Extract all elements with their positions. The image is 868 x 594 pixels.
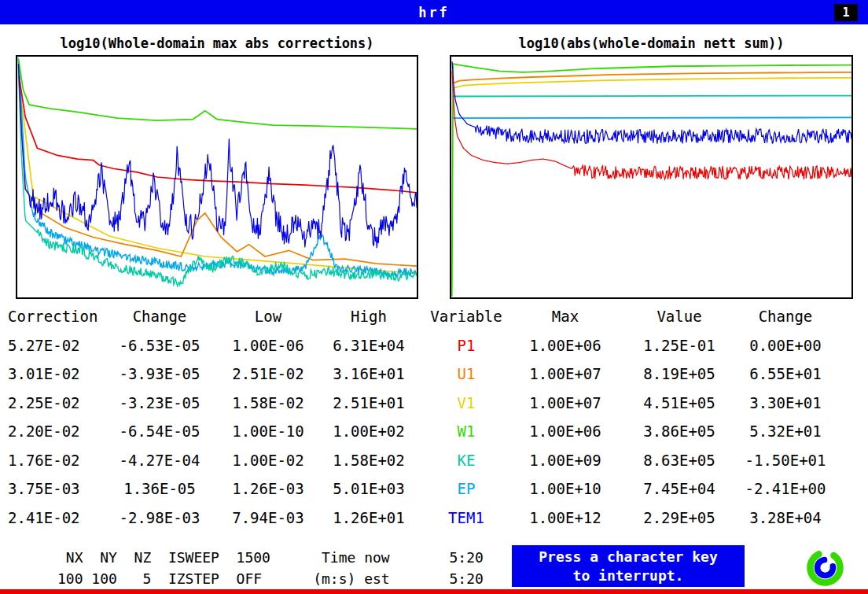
interrupt-prompt-line-1: Press a character key	[539, 548, 718, 566]
series-p1	[452, 71, 851, 179]
table-cell: 3.86E+05	[628, 422, 730, 440]
column-header: Change	[730, 308, 840, 325]
table-cell: 2.20E-02	[6, 422, 102, 440]
table-cell: 2.41E-02	[6, 509, 102, 526]
variable-label: W1	[430, 422, 502, 440]
table-cell: 5.32E+01	[730, 422, 840, 440]
table-cell: 8.63E+05	[628, 452, 730, 469]
table-cell: 8.19E+05	[628, 365, 730, 382]
table-cell: 1.00E+06	[502, 422, 628, 440]
table-cell: -4.27E-04	[102, 452, 217, 469]
table-cell: -3.93E-05	[102, 365, 217, 382]
corrections-chart-plot	[17, 57, 417, 297]
table-cell: -2.41E+00	[730, 480, 840, 497]
column-header: Change	[102, 308, 217, 325]
column-header: Variable	[430, 308, 502, 325]
corrections-table: CorrectionChangeLowHigh5.27E-02-6.53E-05…	[6, 302, 418, 532]
table-cell: 2.29E+05	[628, 509, 730, 526]
table-cell: 1.00E+06	[502, 337, 628, 354]
table-cell: -2.98E-03	[102, 509, 217, 526]
table-cell: 3.28E+04	[730, 509, 840, 526]
right-chart-title: log10(abs(whole-domain nett sum))	[450, 35, 853, 51]
variable-label: V1	[430, 394, 502, 411]
bottom-red-bar	[0, 589, 868, 594]
variable-label: U1	[430, 365, 502, 382]
column-header: Max	[502, 308, 628, 325]
column-header: Value	[628, 308, 730, 325]
variable-label: KE	[430, 452, 502, 469]
table-cell: 2.51E-02	[217, 365, 319, 382]
table-cell: 6.31E+04	[319, 337, 418, 354]
table-cell: 1.76E-02	[6, 452, 102, 469]
nett-sum-chart-plot	[451, 57, 851, 297]
table-cell: 1.26E-03	[217, 480, 319, 497]
table-cell: 1.26E+01	[319, 509, 418, 526]
column-header: Correction	[6, 308, 102, 325]
table-cell: -6.54E-05	[102, 422, 217, 440]
table-cell: 5.27E-02	[6, 337, 102, 354]
table-cell: 1.00E+12	[502, 509, 628, 526]
table-cell: 1.00E-06	[217, 337, 319, 354]
page-number-badge: 1	[834, 4, 858, 21]
table-cell: 3.30E+01	[730, 394, 840, 411]
table-cell: 1.25E-01	[628, 337, 730, 354]
table-cell: 2.51E+01	[319, 394, 418, 411]
status-line-2: 100 100 5 IZSTEP OFF (m:s) est 5:20	[6, 568, 484, 589]
table-cell: 1.00E+02	[319, 422, 418, 440]
table-cell: -6.53E-05	[102, 337, 217, 354]
variable-label: EP	[430, 480, 502, 497]
table-cell: 1.00E+09	[502, 452, 628, 469]
series-v1	[454, 78, 851, 88]
title-bar: hrf 1	[0, 0, 868, 24]
series-w1	[19, 59, 417, 129]
table-cell: 6.55E+01	[730, 365, 840, 382]
table-cell: 1.00E+10	[502, 480, 628, 497]
table-cell: 3.75E-03	[6, 480, 102, 497]
series-u1	[19, 79, 417, 267]
table-cell: 7.94E-03	[217, 509, 319, 526]
column-header: Low	[217, 308, 319, 325]
table-cell: 1.00E-10	[217, 422, 319, 440]
series-ep	[19, 61, 417, 277]
table-cell: -3.23E-05	[102, 394, 217, 411]
interrupt-prompt-line-2: to interrupt.	[573, 566, 684, 585]
table-cell: 0.00E+00	[730, 337, 840, 354]
status-readout: NX NY NZ ISWEEP 1500 Time now 5:20 100 1…	[6, 547, 484, 589]
table-cell: 7.45E+04	[628, 480, 730, 497]
status-line-1: NX NY NZ ISWEEP 1500 Time now 5:20	[6, 547, 484, 568]
table-cell: 2.25E-02	[6, 394, 102, 411]
series-p1	[19, 76, 417, 192]
series-w1	[452, 64, 851, 297]
table-cell: 1.58E+02	[319, 452, 418, 469]
left-chart-title: log10(Whole-domain max abs corrections)	[16, 35, 418, 51]
table-cell: -1.50E+01	[730, 452, 840, 469]
interrupt-prompt: Press a character key to interrupt.	[512, 545, 745, 587]
series-ke	[453, 96, 851, 97]
corrections-chart	[16, 55, 418, 299]
table-cell: 5.01E+03	[319, 480, 418, 497]
table-cell: 1.36E-05	[102, 480, 217, 497]
table-cell: 3.01E-02	[6, 365, 102, 382]
table-cell: 3.16E+01	[319, 365, 418, 382]
table-cell: 1.00E+07	[502, 394, 628, 411]
column-header: High	[319, 308, 418, 325]
series-ke	[18, 57, 417, 286]
window-title: hrf	[418, 5, 450, 20]
table-cell: 1.58E-02	[217, 394, 319, 411]
variables-table: VariableMaxValueChangeP11.00E+061.25E-01…	[430, 302, 840, 532]
table-cell: 1.00E+07	[502, 365, 628, 382]
variable-label: P1	[430, 337, 502, 354]
cham-logo	[803, 545, 848, 590]
table-cell: 1.00E-02	[217, 452, 319, 469]
nett-sum-chart	[450, 55, 853, 299]
table-cell: 4.51E+05	[628, 394, 730, 411]
series-ep	[453, 117, 851, 118]
variable-label: TEM1	[430, 509, 502, 526]
